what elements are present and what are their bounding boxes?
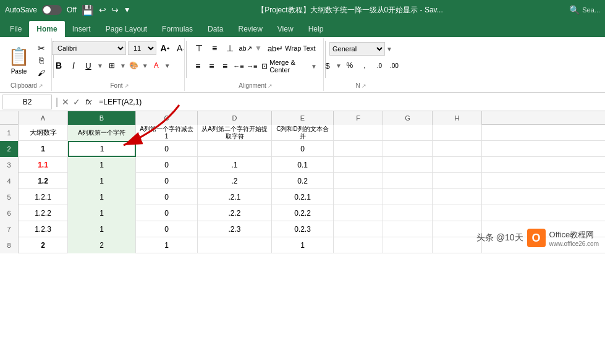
cell-d8[interactable] bbox=[198, 237, 272, 253]
col-header-b[interactable]: B bbox=[68, 111, 136, 125]
cell-a6[interactable]: 1.2.2 bbox=[19, 205, 68, 221]
cell-d2[interactable] bbox=[198, 141, 272, 157]
copy-button[interactable]: ⎘ bbox=[34, 55, 49, 66]
fill-arrow[interactable]: ▼ bbox=[142, 62, 148, 69]
decrease-decimal-button[interactable]: .0 bbox=[373, 59, 386, 72]
tab-page-layout[interactable]: Page Layout bbox=[98, 21, 154, 37]
cell-h1[interactable] bbox=[433, 125, 482, 141]
number-expand-icon[interactable]: ↗ bbox=[362, 83, 366, 89]
decrease-font-button[interactable]: A- bbox=[174, 41, 187, 55]
cell-a7[interactable]: 1.2.3 bbox=[19, 221, 68, 237]
cell-h7[interactable] bbox=[433, 221, 482, 237]
underline-arrow[interactable]: ▼ bbox=[97, 62, 103, 69]
redo-icon[interactable]: ↪ bbox=[111, 5, 119, 15]
cell-e7[interactable]: 0.2.3 bbox=[272, 221, 334, 237]
comma-button[interactable]: , bbox=[358, 59, 371, 72]
cell-e5[interactable]: 0.2.1 bbox=[272, 189, 334, 205]
cell-e4[interactable]: 0.2 bbox=[272, 173, 334, 189]
number-format-select[interactable]: General bbox=[329, 42, 385, 56]
cell-e2[interactable]: 0 bbox=[272, 141, 334, 157]
cell-h8[interactable] bbox=[433, 237, 482, 253]
cell-d7[interactable]: .2.3 bbox=[198, 221, 272, 237]
cell-g8[interactable] bbox=[383, 237, 433, 253]
orient-arrow[interactable]: ▼ bbox=[255, 44, 262, 53]
alignment-expand-icon[interactable]: ↗ bbox=[268, 83, 273, 89]
cell-g7[interactable] bbox=[383, 221, 433, 237]
format-painter-button[interactable]: 🖌 bbox=[34, 67, 49, 78]
col-header-d[interactable]: D bbox=[198, 111, 272, 125]
font-family-select[interactable]: Calibri bbox=[52, 41, 126, 55]
font-expand-icon[interactable]: ↗ bbox=[124, 83, 129, 89]
cell-a5[interactable]: 1.2.1 bbox=[19, 189, 68, 205]
cell-c6[interactable]: 0 bbox=[136, 205, 198, 221]
save-icon[interactable]: 💾 bbox=[82, 4, 94, 16]
tab-view[interactable]: View bbox=[270, 21, 301, 37]
align-center-button[interactable]: ≡ bbox=[205, 59, 218, 73]
bold-button[interactable]: B bbox=[52, 59, 66, 72]
cell-h3[interactable] bbox=[433, 157, 482, 173]
underline-button[interactable]: U bbox=[82, 59, 95, 72]
tab-review[interactable]: Review bbox=[231, 21, 269, 37]
border-button[interactable]: ⊞ bbox=[105, 59, 119, 72]
col-header-f[interactable]: F bbox=[334, 111, 383, 125]
col-header-h[interactable]: H bbox=[433, 111, 482, 125]
cell-b6[interactable]: 1 bbox=[68, 205, 136, 221]
paste-button[interactable]: 📋 Paste bbox=[6, 42, 33, 79]
cell-a1[interactable]: 大纲数字 bbox=[19, 125, 68, 141]
align-middle-button[interactable]: ≡ bbox=[207, 41, 222, 55]
search-icon[interactable]: 🔍 bbox=[569, 5, 580, 15]
tab-formulas[interactable]: Formulas bbox=[154, 21, 200, 37]
cell-g4[interactable] bbox=[383, 173, 433, 189]
cell-f7[interactable] bbox=[334, 221, 383, 237]
cell-f3[interactable] bbox=[334, 157, 383, 173]
confirm-formula-icon[interactable]: ✓ bbox=[73, 97, 80, 107]
cell-f5[interactable] bbox=[334, 189, 383, 205]
increase-indent-button[interactable]: →≡ bbox=[245, 59, 258, 73]
align-top-button[interactable]: ⊤ bbox=[192, 41, 206, 55]
cell-b8[interactable]: 2 bbox=[68, 237, 136, 253]
tab-data[interactable]: Data bbox=[200, 21, 231, 37]
cell-e8[interactable]: 1 bbox=[272, 237, 334, 253]
cell-b7[interactable]: 1 bbox=[68, 221, 136, 237]
percent-button[interactable]: % bbox=[343, 59, 357, 72]
tab-insert[interactable]: Insert bbox=[65, 21, 98, 37]
cell-f4[interactable] bbox=[334, 173, 383, 189]
italic-button[interactable]: I bbox=[67, 59, 80, 72]
cell-d3[interactable]: .1 bbox=[198, 157, 272, 173]
cell-g5[interactable] bbox=[383, 189, 433, 205]
cell-g2[interactable] bbox=[383, 141, 433, 157]
font-size-select[interactable]: 11 bbox=[128, 41, 156, 55]
cell-d5[interactable]: .2.1 bbox=[198, 189, 272, 205]
formula-input[interactable]: =LEFT(A2,1) bbox=[96, 98, 603, 106]
cell-g1[interactable] bbox=[383, 125, 433, 141]
cell-d1[interactable]: 从A列第二个字符开始提取字符 bbox=[198, 125, 272, 141]
tab-file[interactable]: File bbox=[2, 21, 29, 37]
col-header-e[interactable]: E bbox=[272, 111, 334, 125]
cell-a2[interactable]: 1 bbox=[19, 141, 68, 157]
orientation-button[interactable]: ab↗ bbox=[238, 41, 253, 55]
cell-c8[interactable]: 1 bbox=[136, 237, 198, 253]
clipboard-expand-icon[interactable]: ↗ bbox=[38, 83, 43, 89]
cell-h2[interactable] bbox=[433, 141, 482, 157]
cell-g6[interactable] bbox=[383, 205, 433, 221]
currency-button[interactable]: $ bbox=[321, 59, 334, 72]
font-color-arrow[interactable]: ▼ bbox=[164, 62, 171, 69]
increase-font-button[interactable]: A+ bbox=[158, 41, 172, 55]
cell-reference-input[interactable]: B2 bbox=[2, 95, 52, 109]
cell-d6[interactable]: .2.2 bbox=[198, 205, 272, 221]
merge-center-button[interactable]: ⊡ Merge & Center ▼ bbox=[259, 57, 319, 75]
cell-f2[interactable] bbox=[334, 141, 383, 157]
cell-c4[interactable]: 0 bbox=[136, 173, 198, 189]
cell-e6[interactable]: 0.2.2 bbox=[272, 205, 334, 221]
cell-h6[interactable] bbox=[433, 205, 482, 221]
undo-icon[interactable]: ↩ bbox=[99, 5, 106, 15]
col-header-g[interactable]: G bbox=[383, 111, 433, 125]
cell-c5[interactable]: 0 bbox=[136, 189, 198, 205]
cell-c3[interactable]: 0 bbox=[136, 157, 198, 173]
cell-b1[interactable]: A列取第一个字符 bbox=[68, 125, 136, 141]
currency-arrow[interactable]: ▼ bbox=[336, 62, 342, 69]
cell-h5[interactable] bbox=[433, 189, 482, 205]
cancel-formula-icon[interactable]: ✕ bbox=[62, 97, 69, 107]
cell-f8[interactable] bbox=[334, 237, 383, 253]
cell-g3[interactable] bbox=[383, 157, 433, 173]
